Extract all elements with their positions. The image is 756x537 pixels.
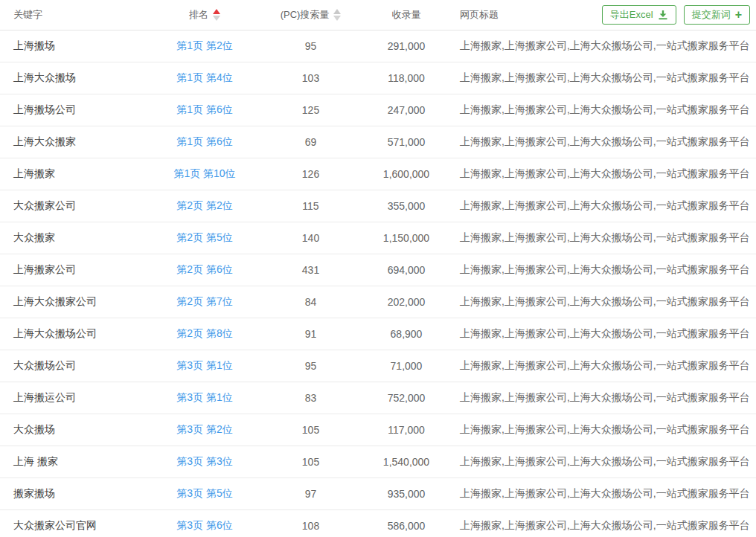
keyword-text: 上海大众搬场 [13, 71, 76, 83]
pc-search-volume-cell: 83 [268, 382, 353, 414]
table-row: 上海搬家公司 第2页 第6位 431 694,000 上海搬家,上海搬家公司,上… [0, 254, 756, 286]
pc-search-volume-cell: 105 [268, 414, 353, 446]
column-header-pc-search-volume-label: (PC)搜索量 [281, 9, 330, 20]
sort-desc-icon[interactable] [213, 16, 220, 21]
pc-search-volume-cell: 84 [268, 286, 353, 318]
keyword-cell: 上海 搬家 [0, 446, 141, 477]
indexed-count-cell: 571,000 [353, 126, 459, 158]
indexed-count-cell: 117,000 [353, 414, 459, 446]
keyword-cell: 上海大众搬场公司 [0, 318, 141, 350]
page-title-cell: 上海搬家,上海搬家公司,上海大众搬场公司,一站式搬家服务平台 [459, 318, 756, 350]
keyword-text: 上海大众搬场公司 [13, 327, 97, 339]
sort-asc-icon[interactable] [333, 9, 341, 14]
table-row: 上海搬运公司 第3页 第1位 83 752,000 上海搬家,上海搬家公司,上海… [0, 382, 756, 414]
rank-cell: 第3页 第6位 [141, 509, 268, 537]
table-row: 上海大众搬家公司 第2页 第7位 84 202,000 上海搬家,上海搬家公司,… [0, 286, 756, 318]
rank-link[interactable]: 第2页 第2位 [176, 199, 232, 211]
column-header-keyword: 关键字 [0, 0, 141, 30]
sort-desc-icon[interactable] [333, 16, 341, 21]
export-excel-label: 导出Excel [610, 6, 653, 24]
pc-search-volume-cell: 95 [268, 350, 353, 382]
rank-link[interactable]: 第3页 第2位 [176, 423, 232, 435]
page-title-cell: 上海搬家,上海搬家公司,上海大众搬场公司,一站式搬家服务平台 [459, 190, 756, 222]
rank-link[interactable]: 第1页 第6位 [176, 103, 232, 115]
indexed-count-cell: 1,150,000 [353, 222, 459, 254]
pc-search-volume-cell: 105 [268, 446, 353, 477]
rank-link[interactable]: 第3页 第6位 [176, 519, 232, 531]
indexed-count-cell: 291,000 [353, 30, 459, 62]
rank-link[interactable]: 第3页 第1位 [176, 391, 232, 403]
pc-search-volume-sort-control[interactable] [333, 9, 341, 21]
pc-search-volume-cell: 108 [268, 509, 353, 537]
column-header-indexed-count-label: 收录量 [392, 9, 421, 20]
rank-link[interactable]: 第1页 第10位 [173, 167, 235, 179]
keyword-text: 上海大众搬家 [13, 135, 76, 147]
keyword-cell: 上海大众搬家 [0, 126, 141, 158]
pc-search-volume-cell: 115 [268, 190, 353, 222]
rank-link[interactable]: 第1页 第6位 [176, 135, 232, 147]
pc-search-volume-cell: 91 [268, 318, 353, 350]
keyword-text: 上海大众搬家公司 [13, 295, 97, 307]
plus-icon: + [735, 9, 742, 21]
keyword-text: 大众搬场公司 [13, 359, 76, 371]
table-row: 大众搬家公司官网 第3页 第6位 108 586,000 上海搬家,上海搬家公司… [0, 509, 756, 537]
submit-new-word-label: 提交新词 [692, 6, 731, 24]
page-title-cell: 上海搬家,上海搬家公司,上海大众搬场公司,一站式搬家服务平台 [459, 509, 756, 537]
rank-link[interactable]: 第1页 第4位 [176, 71, 232, 83]
keyword-cell: 大众搬家公司 [0, 190, 141, 222]
keyword-cell: 上海搬运公司 [0, 382, 141, 414]
rank-cell: 第3页 第5位 [141, 477, 268, 509]
page-title-cell: 上海搬家,上海搬家公司,上海大众搬场公司,一站式搬家服务平台 [459, 446, 756, 477]
keyword-cell: 大众搬家公司官网 [0, 509, 141, 537]
export-excel-button[interactable]: 导出Excel [602, 5, 676, 25]
pc-search-volume-cell: 95 [268, 30, 353, 62]
keyword-cell: 上海搬家公司 [0, 254, 141, 286]
rank-link[interactable]: 第2页 第6位 [176, 263, 232, 275]
rank-link[interactable]: 第2页 第8位 [176, 327, 232, 339]
rank-link[interactable]: 第2页 第5位 [176, 231, 232, 243]
indexed-count-cell: 586,000 [353, 509, 459, 537]
keyword-rank-table: 关键字 排名 (PC)搜索量 收录量 网页标题 上海搬场 第1页 第2位 95 … [0, 0, 756, 537]
rank-link[interactable]: 第3页 第5位 [176, 487, 232, 499]
page-title-cell: 上海搬家,上海搬家公司,上海大众搬场公司,一站式搬家服务平台 [459, 222, 756, 254]
indexed-count-cell: 694,000 [353, 254, 459, 286]
keyword-cell: 上海搬家 [0, 158, 141, 190]
pc-search-volume-cell: 431 [268, 254, 353, 286]
rank-link[interactable]: 第2页 第7位 [176, 295, 232, 307]
table-row: 上海搬场 第1页 第2位 95 291,000 上海搬家,上海搬家公司,上海大众… [0, 30, 756, 62]
table-row: 大众搬家 第2页 第5位 140 1,150,000 上海搬家,上海搬家公司,上… [0, 222, 756, 254]
keyword-text: 大众搬家公司官网 [13, 519, 97, 531]
page-title-cell: 上海搬家,上海搬家公司,上海大众搬场公司,一站式搬家服务平台 [459, 62, 756, 94]
table-row: 上海大众搬场公司 第2页 第8位 91 68,900 上海搬家,上海搬家公司,上… [0, 318, 756, 350]
rank-link[interactable]: 第3页 第1位 [176, 359, 232, 371]
table-row: 上海大众搬家 第1页 第6位 69 571,000 上海搬家,上海搬家公司,上海… [0, 126, 756, 158]
pc-search-volume-cell: 97 [268, 477, 353, 509]
indexed-count-cell: 118,000 [353, 62, 459, 94]
rank-cell: 第1页 第4位 [141, 62, 268, 94]
rank-cell: 第1页 第6位 [141, 126, 268, 158]
pc-search-volume-cell: 69 [268, 126, 353, 158]
keyword-text: 上海搬家公司 [13, 263, 76, 275]
toolbar: 导出Excel 提交新词 + [602, 5, 750, 25]
column-header-pc-search-volume[interactable]: (PC)搜索量 [268, 0, 353, 30]
indexed-count-cell: 71,000 [353, 350, 459, 382]
rank-cell: 第2页 第2位 [141, 190, 268, 222]
indexed-count-cell: 355,000 [353, 190, 459, 222]
sort-asc-icon[interactable] [213, 9, 220, 14]
keyword-text: 上海搬场 [13, 39, 55, 51]
rank-sort-control[interactable] [213, 9, 220, 21]
submit-new-word-button[interactable]: 提交新词 + [684, 5, 750, 25]
column-header-rank[interactable]: 排名 [141, 0, 268, 30]
keyword-text: 大众搬场 [13, 423, 55, 435]
pc-search-volume-cell: 126 [268, 158, 353, 190]
page-title-cell: 上海搬家,上海搬家公司,上海大众搬场公司,一站式搬家服务平台 [459, 286, 756, 318]
rank-link[interactable]: 第1页 第2位 [176, 39, 232, 51]
table-body: 上海搬场 第1页 第2位 95 291,000 上海搬家,上海搬家公司,上海大众… [0, 30, 756, 537]
pc-search-volume-cell: 103 [268, 62, 353, 94]
keyword-text: 上海搬家 [13, 167, 55, 179]
table-row: 上海 搬家 第3页 第3位 105 1,540,000 上海搬家,上海搬家公司,… [0, 446, 756, 477]
rank-cell: 第1页 第2位 [141, 30, 268, 62]
page-title-cell: 上海搬家,上海搬家公司,上海大众搬场公司,一站式搬家服务平台 [459, 477, 756, 509]
rank-link[interactable]: 第3页 第3位 [176, 455, 232, 467]
page-title-cell: 上海搬家,上海搬家公司,上海大众搬场公司,一站式搬家服务平台 [459, 350, 756, 382]
